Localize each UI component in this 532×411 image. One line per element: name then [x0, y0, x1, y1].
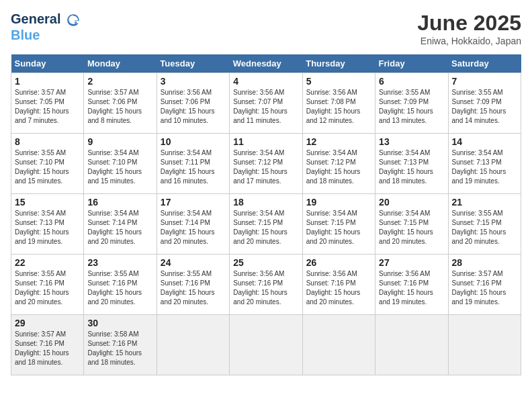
- day-number: 8: [15, 136, 80, 147]
- day-number: 2: [87, 76, 152, 87]
- day-number: 14: [452, 136, 517, 147]
- table-row: 25 Sunrise: 3:56 AM Sunset: 7:16 PM Dayl…: [230, 255, 302, 315]
- header-wednesday: Wednesday: [230, 54, 302, 73]
- calendar-week-row: 1 Sunrise: 3:57 AM Sunset: 7:05 PM Dayli…: [11, 73, 521, 134]
- table-row: 22 Sunrise: 3:55 AM Sunset: 7:16 PM Dayl…: [11, 255, 84, 315]
- day-number: 22: [15, 257, 80, 268]
- day-info: Sunrise: 3:55 AM Sunset: 7:16 PM Dayligh…: [15, 269, 80, 307]
- day-info: Sunrise: 3:54 AM Sunset: 7:13 PM Dayligh…: [452, 148, 517, 186]
- day-number: 28: [452, 257, 517, 268]
- day-info: Sunrise: 3:54 AM Sunset: 7:11 PM Dayligh…: [161, 148, 226, 186]
- day-info: Sunrise: 3:54 AM Sunset: 7:15 PM Dayligh…: [379, 209, 444, 246]
- table-row: 17 Sunrise: 3:54 AM Sunset: 7:14 PM Dayl…: [157, 194, 229, 255]
- table-row: 5 Sunrise: 3:56 AM Sunset: 7:08 PM Dayli…: [302, 73, 375, 134]
- logo: General Blue: [11, 11, 81, 43]
- day-info: Sunrise: 3:56 AM Sunset: 7:06 PM Dayligh…: [161, 88, 226, 126]
- day-number: 11: [233, 136, 298, 147]
- day-info: Sunrise: 3:57 AM Sunset: 7:16 PM Dayligh…: [452, 269, 517, 307]
- day-info: Sunrise: 3:54 AM Sunset: 7:10 PM Dayligh…: [87, 148, 152, 186]
- day-number: 3: [161, 76, 226, 87]
- table-row: [157, 315, 229, 375]
- day-number: 30: [87, 318, 152, 328]
- header-friday: Friday: [375, 54, 448, 73]
- day-number: 17: [161, 197, 226, 208]
- header-tuesday: Tuesday: [157, 54, 229, 73]
- day-number: 15: [15, 197, 80, 208]
- day-number: 25: [233, 257, 298, 268]
- day-number: 29: [15, 318, 80, 328]
- day-number: 13: [379, 136, 444, 147]
- day-info: Sunrise: 3:56 AM Sunset: 7:16 PM Dayligh…: [379, 269, 444, 307]
- table-row: [230, 315, 302, 375]
- table-row: 9 Sunrise: 3:54 AM Sunset: 7:10 PM Dayli…: [84, 134, 157, 194]
- header-saturday: Saturday: [448, 54, 521, 73]
- day-number: 23: [87, 257, 152, 268]
- day-info: Sunrise: 3:56 AM Sunset: 7:16 PM Dayligh…: [306, 269, 371, 307]
- day-number: 5: [306, 76, 371, 87]
- day-info: Sunrise: 3:55 AM Sunset: 7:16 PM Dayligh…: [161, 269, 226, 307]
- table-row: 21 Sunrise: 3:55 AM Sunset: 7:15 PM Dayl…: [448, 194, 521, 255]
- day-number: 18: [233, 197, 298, 208]
- header-sunday: Sunday: [11, 54, 84, 73]
- table-row: 10 Sunrise: 3:54 AM Sunset: 7:11 PM Dayl…: [157, 134, 229, 194]
- calendar-header-row: Sunday Monday Tuesday Wednesday Thursday…: [11, 54, 521, 73]
- day-info: Sunrise: 3:54 AM Sunset: 7:12 PM Dayligh…: [306, 148, 371, 186]
- table-row: 28 Sunrise: 3:57 AM Sunset: 7:16 PM Dayl…: [448, 255, 521, 315]
- calendar-subtitle: Eniwa, Hokkaido, Japan: [417, 36, 521, 46]
- table-row: 26 Sunrise: 3:56 AM Sunset: 7:16 PM Dayl…: [302, 255, 375, 315]
- header-thursday: Thursday: [302, 54, 375, 73]
- table-row: 2 Sunrise: 3:57 AM Sunset: 7:06 PM Dayli…: [84, 73, 157, 134]
- calendar-week-row: 22 Sunrise: 3:55 AM Sunset: 7:16 PM Dayl…: [11, 255, 521, 315]
- day-number: 26: [306, 257, 371, 268]
- day-info: Sunrise: 3:54 AM Sunset: 7:12 PM Dayligh…: [233, 148, 298, 186]
- day-info: Sunrise: 3:54 AM Sunset: 7:15 PM Dayligh…: [233, 209, 298, 246]
- table-row: 16 Sunrise: 3:54 AM Sunset: 7:14 PM Dayl…: [84, 194, 157, 255]
- logo-wordmark: General: [11, 11, 81, 28]
- table-row: 13 Sunrise: 3:54 AM Sunset: 7:13 PM Dayl…: [375, 134, 448, 194]
- table-row: 18 Sunrise: 3:54 AM Sunset: 7:15 PM Dayl…: [230, 194, 302, 255]
- day-number: 12: [306, 136, 371, 147]
- day-number: 1: [15, 76, 80, 87]
- table-row: 14 Sunrise: 3:54 AM Sunset: 7:13 PM Dayl…: [448, 134, 521, 194]
- day-number: 7: [452, 76, 517, 87]
- day-info: Sunrise: 3:54 AM Sunset: 7:14 PM Dayligh…: [161, 209, 226, 246]
- day-info: Sunrise: 3:56 AM Sunset: 7:07 PM Dayligh…: [233, 88, 298, 126]
- day-info: Sunrise: 3:55 AM Sunset: 7:16 PM Dayligh…: [87, 269, 152, 307]
- day-number: 10: [161, 136, 226, 147]
- table-row: 20 Sunrise: 3:54 AM Sunset: 7:15 PM Dayl…: [375, 194, 448, 255]
- calendar-week-row: 8 Sunrise: 3:55 AM Sunset: 7:10 PM Dayli…: [11, 134, 521, 194]
- table-row: 15 Sunrise: 3:54 AM Sunset: 7:13 PM Dayl…: [11, 194, 84, 255]
- table-row: 11 Sunrise: 3:54 AM Sunset: 7:12 PM Dayl…: [230, 134, 302, 194]
- day-info: Sunrise: 3:58 AM Sunset: 7:16 PM Dayligh…: [87, 330, 152, 367]
- calendar-title: June 2025: [417, 11, 521, 36]
- table-row: 29 Sunrise: 3:57 AM Sunset: 7:16 PM Dayl…: [11, 315, 84, 375]
- table-row: [302, 315, 375, 375]
- table-row: 6 Sunrise: 3:55 AM Sunset: 7:09 PM Dayli…: [375, 73, 448, 134]
- table-row: 4 Sunrise: 3:56 AM Sunset: 7:07 PM Dayli…: [230, 73, 302, 134]
- day-info: Sunrise: 3:54 AM Sunset: 7:13 PM Dayligh…: [15, 209, 80, 246]
- day-info: Sunrise: 3:57 AM Sunset: 7:16 PM Dayligh…: [15, 330, 80, 367]
- day-number: 24: [161, 257, 226, 268]
- day-number: 21: [452, 197, 517, 208]
- day-number: 6: [379, 76, 444, 87]
- day-number: 4: [233, 76, 298, 87]
- day-number: 27: [379, 257, 444, 268]
- calendar-table: Sunday Monday Tuesday Wednesday Thursday…: [11, 54, 521, 375]
- table-row: 27 Sunrise: 3:56 AM Sunset: 7:16 PM Dayl…: [375, 255, 448, 315]
- table-row: 24 Sunrise: 3:55 AM Sunset: 7:16 PM Dayl…: [157, 255, 229, 315]
- day-number: 9: [87, 136, 152, 147]
- table-row: 23 Sunrise: 3:55 AM Sunset: 7:16 PM Dayl…: [84, 255, 157, 315]
- day-info: Sunrise: 3:55 AM Sunset: 7:15 PM Dayligh…: [452, 209, 517, 246]
- day-number: 19: [306, 197, 371, 208]
- table-row: 30 Sunrise: 3:58 AM Sunset: 7:16 PM Dayl…: [84, 315, 157, 375]
- table-row: [375, 315, 448, 375]
- day-info: Sunrise: 3:57 AM Sunset: 7:06 PM Dayligh…: [87, 88, 152, 126]
- day-info: Sunrise: 3:55 AM Sunset: 7:09 PM Dayligh…: [379, 88, 444, 126]
- day-info: Sunrise: 3:55 AM Sunset: 7:09 PM Dayligh…: [452, 88, 517, 126]
- table-row: 12 Sunrise: 3:54 AM Sunset: 7:12 PM Dayl…: [302, 134, 375, 194]
- logo-icon: [66, 13, 81, 28]
- day-number: 20: [379, 197, 444, 208]
- logo-blue: Blue: [11, 28, 81, 43]
- calendar-week-row: 15 Sunrise: 3:54 AM Sunset: 7:13 PM Dayl…: [11, 194, 521, 255]
- day-info: Sunrise: 3:56 AM Sunset: 7:08 PM Dayligh…: [306, 88, 371, 126]
